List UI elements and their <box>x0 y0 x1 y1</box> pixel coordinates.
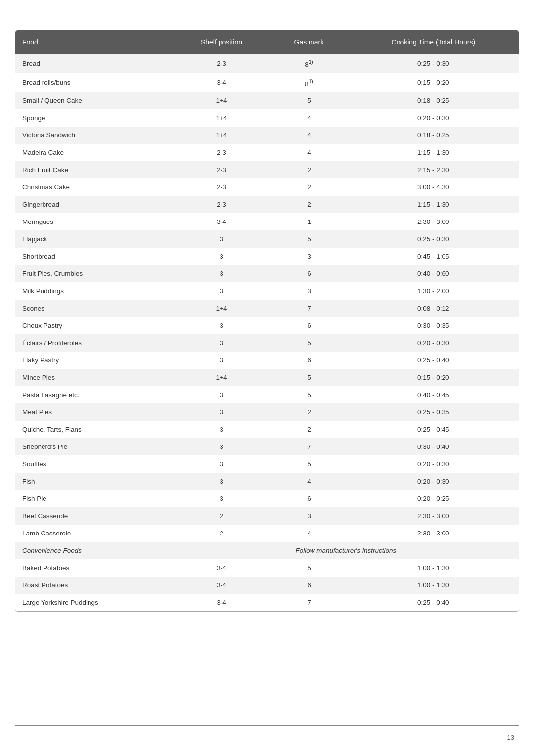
cell-food: Lamb Casserole <box>15 525 173 542</box>
cell-gas: 2 <box>270 178 348 196</box>
table-row: Small / Queen Cake1+450:18 - 0:25 <box>15 92 519 109</box>
table-row: Soufflés350:20 - 0:30 <box>15 455 519 473</box>
table-row: Fish340:20 - 0:30 <box>15 473 519 490</box>
cell-gas: 2 <box>270 161 348 178</box>
cell-time: 0:20 - 0:30 <box>348 473 519 490</box>
cell-gas: 3 <box>270 507 348 525</box>
cell-shelf: 2 <box>173 525 270 542</box>
table-row: Choux Pastry360:30 - 0:35 <box>15 317 519 334</box>
cell-gas: 5 <box>270 559 348 577</box>
cell-shelf: 3-4 <box>173 73 270 92</box>
cell-food: Fish Pie <box>15 490 173 507</box>
cell-time: 0:40 - 0:45 <box>348 386 519 403</box>
cell-shelf: 3-4 <box>173 213 270 230</box>
table-row: Bread rolls/buns3-481)0:15 - 0:20 <box>15 73 519 92</box>
cell-food: Rich Fruit Cake <box>15 161 173 178</box>
cell-gas: 7 <box>270 594 348 611</box>
cell-gas: 5 <box>270 230 348 248</box>
cell-time: 0:40 - 0:60 <box>348 265 519 282</box>
cell-food: Madeira Cake <box>15 144 173 161</box>
cell-food: Fruit Pies, Crumbles <box>15 265 173 282</box>
cell-food: Large Yorkshire Puddings <box>15 594 173 611</box>
table-row: Shortbread330:45 - 1:05 <box>15 248 519 265</box>
cell-food: Small / Queen Cake <box>15 92 173 109</box>
cell-gas: 2 <box>270 421 348 438</box>
cell-shelf: 3 <box>173 317 270 334</box>
cell-shelf: 3-4 <box>173 559 270 577</box>
cell-shelf: 2-3 <box>173 144 270 161</box>
cell-food: Flapjack <box>15 230 173 248</box>
table-row: Large Yorkshire Puddings3-470:25 - 0:40 <box>15 594 519 611</box>
cell-time: 0:25 - 0:40 <box>348 594 519 611</box>
table-row: Baked Potatoes3-451:00 - 1:30 <box>15 559 519 577</box>
cooking-table: Food Shelf position Gas mark Cooking Tim… <box>15 30 519 612</box>
cell-time: 0:25 - 0:30 <box>348 230 519 248</box>
table-row: Rich Fruit Cake2-322:15 - 2:30 <box>15 161 519 178</box>
table-row: Lamb Casserole242:30 - 3:00 <box>15 525 519 542</box>
cell-time: 2:30 - 3:00 <box>348 213 519 230</box>
cell-gas: 6 <box>270 490 348 507</box>
cell-shelf: 1+4 <box>173 109 270 127</box>
cell-span-instructions: Follow manufacturer's instructions <box>173 542 519 559</box>
cell-food: Bread rolls/buns <box>15 73 173 92</box>
cell-gas: 3 <box>270 248 348 265</box>
cell-food: Sponge <box>15 109 173 127</box>
table-row: Gingerbread2-321:15 - 1:30 <box>15 196 519 213</box>
cell-gas: 5 <box>270 369 348 386</box>
cell-gas: 5 <box>270 92 348 109</box>
cell-food: Éclairs / Profiteroles <box>15 334 173 352</box>
cell-food: Christmas Cake <box>15 178 173 196</box>
cell-shelf: 1+4 <box>173 92 270 109</box>
cell-time: 1:00 - 1:30 <box>348 559 519 577</box>
table-row: Sponge1+440:20 - 0:30 <box>15 109 519 127</box>
table-row: Flapjack350:25 - 0:30 <box>15 230 519 248</box>
cell-gas: 81) <box>270 54 348 73</box>
cell-gas: 5 <box>270 334 348 352</box>
cell-food: Quiche, Tarts, Flans <box>15 421 173 438</box>
cell-shelf: 3 <box>173 248 270 265</box>
cell-shelf: 3 <box>173 490 270 507</box>
page-number: 13 <box>507 734 514 741</box>
table-row: Pasta Lasagne etc.350:40 - 0:45 <box>15 386 519 403</box>
cell-shelf: 2 <box>173 507 270 525</box>
cell-gas: 3 <box>270 282 348 300</box>
table-row: Fish Pie360:20 - 0:25 <box>15 490 519 507</box>
cell-shelf: 1+4 <box>173 369 270 386</box>
cell-food: Convenience Foods <box>15 542 173 559</box>
cell-time: 0:45 - 1:05 <box>348 248 519 265</box>
header-time: Cooking Time (Total Hours) <box>348 30 519 54</box>
cell-shelf: 3 <box>173 403 270 421</box>
cell-time: 0:15 - 0:20 <box>348 369 519 386</box>
header-food: Food <box>15 30 173 54</box>
table-row: Victoria Sandwich1+440:18 - 0:25 <box>15 127 519 144</box>
cell-shelf: 3 <box>173 473 270 490</box>
cell-food: Mince Pies <box>15 369 173 386</box>
cell-time: 0:30 - 0:40 <box>348 438 519 455</box>
cell-time: 1:00 - 1:30 <box>348 577 519 594</box>
bottom-divider <box>15 725 519 726</box>
cell-time: 0:25 - 0:35 <box>348 403 519 421</box>
cell-shelf: 3 <box>173 282 270 300</box>
cell-shelf: 3 <box>173 438 270 455</box>
cell-shelf: 3 <box>173 352 270 369</box>
cell-food: Flaky Pastry <box>15 352 173 369</box>
cell-shelf: 3 <box>173 230 270 248</box>
cell-food: Meat Pies <box>15 403 173 421</box>
table-row: Madeira Cake2-341:15 - 1:30 <box>15 144 519 161</box>
cell-food: Shepherd's Pie <box>15 438 173 455</box>
cell-time: 0:15 - 0:20 <box>348 73 519 92</box>
cell-gas: 1 <box>270 213 348 230</box>
cell-food: Beef Casserole <box>15 507 173 525</box>
cell-time: 2:15 - 2:30 <box>348 161 519 178</box>
table-row: Meringues3-412:30 - 3:00 <box>15 213 519 230</box>
cell-time: 2:30 - 3:00 <box>348 507 519 525</box>
cell-food: Victoria Sandwich <box>15 127 173 144</box>
cell-time: 1:15 - 1:30 <box>348 196 519 213</box>
cell-gas: 4 <box>270 127 348 144</box>
cell-shelf: 3 <box>173 334 270 352</box>
cell-shelf: 1+4 <box>173 300 270 317</box>
header-gas: Gas mark <box>270 30 348 54</box>
cell-food: Shortbread <box>15 248 173 265</box>
cell-time: 0:18 - 0:25 <box>348 92 519 109</box>
table-header-row: Food Shelf position Gas mark Cooking Tim… <box>15 30 519 54</box>
